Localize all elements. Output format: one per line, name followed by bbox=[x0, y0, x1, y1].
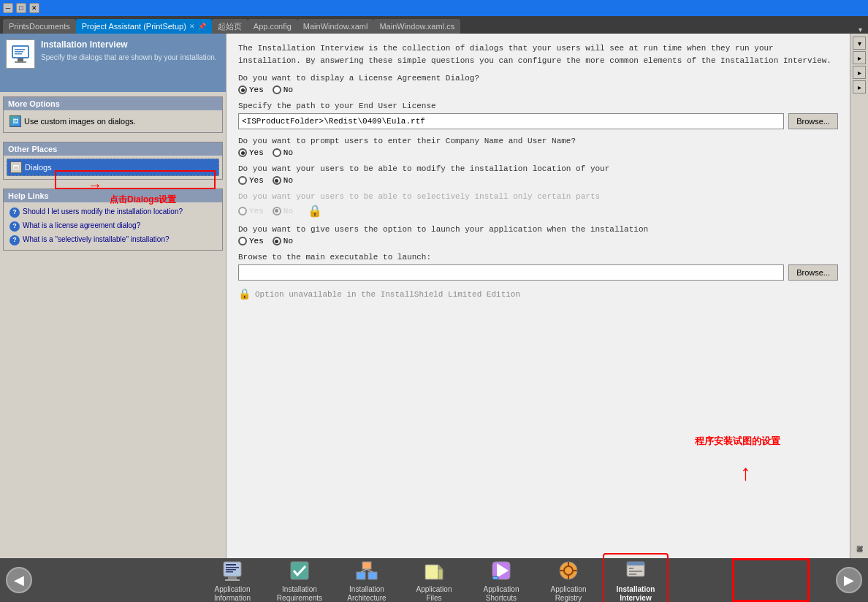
tab-dropdown[interactable]: ▾ bbox=[859, 26, 865, 34]
nav-app-files[interactable]: ApplicationFiles bbox=[401, 555, 467, 602]
nav-app-info[interactable]: ApplicationInformation bbox=[199, 555, 265, 602]
svg-rect-17 bbox=[362, 562, 371, 569]
svg-rect-20 bbox=[425, 565, 438, 579]
q1-no[interactable]: No bbox=[273, 85, 293, 94]
svg-rect-9 bbox=[226, 567, 239, 568]
sidebar-header: Installation Interview Specify the dialo… bbox=[0, 34, 226, 92]
right-btn-1[interactable]: ▾ bbox=[853, 37, 866, 50]
svg-rect-16 bbox=[368, 572, 377, 579]
tab-project-assistant[interactable]: Project Assistant (PrintSetup) ✕ 📌 bbox=[76, 19, 212, 34]
dialogs-icon: 🗔 bbox=[10, 161, 22, 173]
more-options-title: More Options bbox=[4, 97, 222, 110]
sidebar-header-icon bbox=[6, 39, 35, 69]
q1-yes[interactable]: Yes bbox=[238, 85, 264, 94]
svg-rect-25 bbox=[492, 576, 498, 579]
q2-yes[interactable]: Yes bbox=[238, 148, 264, 157]
help-icon-2: ? bbox=[9, 221, 20, 232]
q4-text: Do you want your users to be able to sel… bbox=[238, 192, 838, 201]
nav-next-icon: ▶ bbox=[844, 572, 854, 588]
tab-pin-icon[interactable]: 📌 bbox=[198, 23, 206, 30]
nav-app-info-label: ApplicationInformation bbox=[214, 585, 251, 602]
tab-prints-documents[interactable]: PrintsDocuments bbox=[3, 19, 76, 34]
nav-install-arch[interactable]: InstallationArchitecture bbox=[334, 555, 400, 602]
browse-executable-section: Browse to the main executable to launch:… bbox=[238, 253, 838, 281]
nav-app-registry[interactable]: ApplicationRegistry bbox=[536, 555, 601, 602]
svg-line-18 bbox=[361, 569, 367, 572]
other-places-section: Other Places 🗔 Dialogs bbox=[3, 142, 223, 180]
tab-close-icon[interactable]: ✕ bbox=[189, 23, 195, 30]
q1-no-radio[interactable] bbox=[273, 85, 281, 94]
tab-app-config[interactable]: App.config bbox=[248, 19, 297, 34]
help-links-title: Help Links bbox=[4, 189, 222, 202]
help-link-2[interactable]: ? What is a license agreement dialog? bbox=[7, 219, 219, 233]
q1-yes-radio[interactable] bbox=[238, 85, 247, 94]
q4-no[interactable]: No bbox=[273, 207, 293, 216]
q3-yes-radio[interactable] bbox=[238, 176, 247, 185]
q3-no[interactable]: No bbox=[273, 176, 293, 185]
svg-rect-35 bbox=[629, 571, 642, 572]
nav-prev-button[interactable]: ◀ bbox=[6, 567, 32, 593]
q5-no[interactable]: No bbox=[273, 237, 293, 245]
license-path-section: Specify the path to your End User Licens… bbox=[238, 102, 838, 129]
q3-no-radio[interactable] bbox=[273, 176, 281, 185]
svg-line-19 bbox=[367, 569, 373, 572]
svg-rect-12 bbox=[228, 576, 237, 579]
resolve-label: 解决方案 bbox=[855, 555, 864, 558]
svg-rect-5 bbox=[18, 58, 23, 61]
q5-yes-radio[interactable] bbox=[238, 237, 247, 245]
nav-install-req[interactable]: InstallationRequirements bbox=[267, 555, 332, 602]
restore-button[interactable]: □ bbox=[16, 3, 26, 13]
minimize-button[interactable]: ─ bbox=[3, 3, 13, 13]
nav-prev-icon: ◀ bbox=[14, 572, 24, 588]
nav-install-interview[interactable]: InstallationInterview bbox=[603, 553, 669, 602]
install-interview-icon bbox=[623, 557, 649, 584]
browse-1-button[interactable]: Browse... bbox=[788, 113, 838, 129]
tab-mainwindow-cs[interactable]: MainWindow.xaml.cs bbox=[373, 19, 460, 34]
q5-yes[interactable]: Yes bbox=[238, 237, 264, 245]
right-btn-2[interactable]: ▸ bbox=[853, 51, 866, 64]
tab-mainwindow-xaml[interactable]: MainWindow.xaml bbox=[297, 19, 374, 34]
browse-2-button[interactable]: Browse... bbox=[788, 264, 838, 281]
svg-rect-33 bbox=[627, 562, 644, 565]
dialogs-item[interactable]: 🗔 Dialogs bbox=[7, 159, 219, 176]
q3-row: Do you want your users to be able to mod… bbox=[238, 164, 838, 185]
svg-rect-13 bbox=[225, 579, 240, 581]
svg-rect-4 bbox=[15, 53, 22, 55]
q2-no-radio[interactable] bbox=[273, 148, 281, 157]
q4-row: Do you want your users to be able to sel… bbox=[238, 192, 838, 218]
q4-no-radio[interactable] bbox=[273, 207, 281, 216]
tab-start-page[interactable]: 起始页 bbox=[212, 19, 248, 34]
q2-no[interactable]: No bbox=[273, 148, 293, 157]
nav-app-shortcuts[interactable]: ApplicationShortcuts bbox=[468, 555, 534, 602]
close-button[interactable]: ✕ bbox=[29, 3, 39, 13]
svg-rect-14 bbox=[291, 562, 308, 579]
nav-next-button[interactable]: ▶ bbox=[836, 567, 862, 593]
app-shortcuts-icon bbox=[488, 557, 514, 584]
svg-rect-36 bbox=[629, 574, 636, 575]
q5-no-radio[interactable] bbox=[273, 237, 281, 245]
help-link-1[interactable]: ? Should I let users modify the installa… bbox=[7, 205, 219, 219]
q1-text: Do you want to display a License Agreeme… bbox=[238, 74, 838, 83]
q4-yes-radio[interactable] bbox=[238, 207, 247, 216]
tab-bar: PrintsDocuments Project Assistant (Print… bbox=[0, 16, 868, 34]
svg-rect-11 bbox=[226, 571, 233, 573]
custom-images-icon: 🖼 bbox=[9, 115, 21, 127]
app-registry-icon bbox=[555, 557, 582, 584]
executable-path-input[interactable] bbox=[238, 264, 784, 281]
q2-yes-radio[interactable] bbox=[238, 148, 247, 157]
license-path-input[interactable] bbox=[238, 113, 784, 129]
q3-yes[interactable]: Yes bbox=[238, 176, 264, 185]
q2-text: Do you want to prompt users to enter the… bbox=[238, 137, 838, 145]
help-icon-1: ? bbox=[9, 207, 20, 218]
right-btn-4[interactable]: ▸ bbox=[853, 80, 866, 94]
custom-images-label: Use custom images on dialogs. bbox=[24, 117, 136, 126]
q5-row: Do you want to give users the option to … bbox=[238, 225, 838, 245]
q4-yes[interactable]: Yes bbox=[238, 207, 264, 216]
q1-row: Do you want to display a License Agreeme… bbox=[238, 74, 838, 94]
svg-rect-15 bbox=[357, 572, 365, 579]
right-btn-3[interactable]: ▸ bbox=[853, 66, 866, 79]
custom-images-item[interactable]: 🖼 Use custom images on dialogs. bbox=[7, 113, 219, 129]
help-link-3[interactable]: ? What is a "selectively installable" in… bbox=[7, 233, 219, 247]
browse2-label: Browse to the main executable to launch: bbox=[238, 253, 838, 262]
unavailable-lock-icon: 🔒 bbox=[238, 288, 251, 300]
